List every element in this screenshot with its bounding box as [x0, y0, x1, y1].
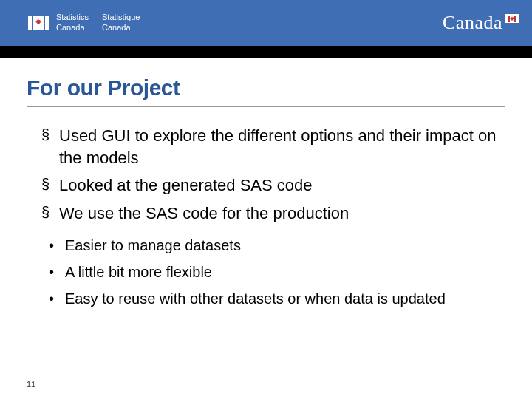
org-name-en-line2: Canada [56, 23, 89, 33]
canada-wordmark: Canada [443, 12, 519, 34]
wordmark-text: Canada [443, 12, 502, 34]
sub-bullet-item: Easy to reuse with other datasets or whe… [49, 288, 505, 309]
main-bullet-list: Used GUI to explore the different option… [27, 125, 505, 225]
org-name-en-line1: Statistics [56, 13, 89, 23]
slide-content: For our Project Used GUI to explore the … [0, 58, 532, 309]
svg-rect-0 [508, 16, 510, 22]
header-left-group: Statistics Canada Statistique Canada [28, 13, 140, 33]
page-number: 11 [27, 380, 35, 389]
sub-bullet-list: Easier to manage datasets A little bit m… [27, 235, 505, 309]
org-name-bilingual: Statistics Canada Statistique Canada [56, 13, 140, 33]
header-divider-strip [0, 46, 532, 58]
org-name-fr-line2: Canada [102, 23, 140, 33]
svg-rect-1 [514, 16, 516, 22]
org-name-fr-line1: Statistique [102, 13, 140, 23]
bullet-item: Looked at the generated SAS code [41, 174, 505, 197]
sub-bullet-item: A little bit more flexible [49, 262, 505, 282]
title-underline [27, 106, 505, 107]
canada-flag-icon [28, 16, 49, 30]
slide-title: For our Project [27, 75, 505, 100]
sub-bullet-item: Easier to manage datasets [49, 235, 505, 256]
slide-header: Statistics Canada Statistique Canada Can… [0, 0, 532, 46]
bullet-item: We use the SAS code for the production [41, 202, 505, 225]
bullet-item: Used GUI to explore the different option… [41, 125, 505, 168]
wordmark-flag-icon [505, 14, 519, 23]
